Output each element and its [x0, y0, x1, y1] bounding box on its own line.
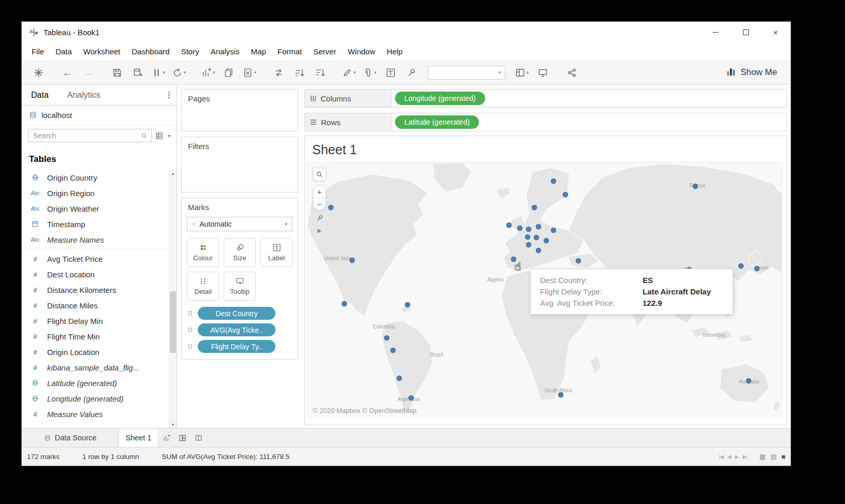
- show-mark-labels-button[interactable]: [381, 64, 400, 81]
- scroll-up-icon[interactable]: ▲: [169, 170, 177, 177]
- field-measure-values[interactable]: #Measure Values: [22, 406, 168, 422]
- columns-shelf[interactable]: Columns Longitude (generated): [304, 89, 787, 108]
- pill-flight-delay-ty[interactable]: Flight Delay Ty..: [198, 340, 275, 353]
- map-mark[interactable]: [558, 392, 563, 398]
- map-mark[interactable]: [575, 258, 581, 264]
- sort-descending-button[interactable]: [311, 64, 329, 81]
- scroll-down-icon[interactable]: ▼: [169, 421, 177, 428]
- run-auto-updates-button[interactable]: ▾: [170, 64, 188, 81]
- undo-button[interactable]: ←: [58, 64, 77, 81]
- map-mark[interactable]: [754, 265, 760, 271]
- grid-view-icon[interactable]: ▦: [760, 453, 766, 461]
- marks-tooltip-button[interactable]: Tooltip: [224, 272, 256, 301]
- marks-colour-button[interactable]: Colour: [187, 238, 219, 267]
- field-origin-location[interactable]: #Origin Location: [22, 344, 168, 360]
- pill-avg-avg-ticke[interactable]: AVG(Avg Ticke..: [198, 323, 275, 336]
- show-me-button[interactable]: Show Me: [719, 67, 784, 79]
- field-origin-country[interactable]: Origin Country: [22, 170, 168, 185]
- nav-prev-icon[interactable]: ◀: [727, 454, 731, 459]
- field-flight-delay-min[interactable]: #Flight Delay Min: [22, 313, 168, 329]
- menu-server[interactable]: Server: [308, 42, 342, 60]
- tab-data-source[interactable]: Data Source: [22, 428, 119, 447]
- map-mark[interactable]: [562, 192, 568, 198]
- sort-ascending-button[interactable]: [290, 64, 309, 81]
- map-mark[interactable]: [506, 223, 512, 228]
- menu-window[interactable]: Window: [342, 42, 381, 60]
- menu-analysis[interactable]: Analysis: [205, 42, 245, 60]
- search-options-caret-icon[interactable]: ▾: [167, 133, 171, 139]
- view-as-grid-icon[interactable]: [155, 132, 163, 140]
- list-view-icon[interactable]: ▤: [770, 453, 777, 461]
- swap-rows-columns-button[interactable]: [269, 64, 288, 81]
- field-avg-ticket-price[interactable]: #Avg Ticket Price: [22, 251, 168, 266]
- pill-dest-country[interactable]: Dest Country: [198, 307, 275, 320]
- pages-shelf[interactable]: Pages: [181, 89, 298, 131]
- map-pin-button[interactable]: [316, 214, 324, 224]
- menu-help[interactable]: Help: [381, 42, 409, 60]
- marks-size-button[interactable]: Size: [224, 238, 256, 267]
- menu-story[interactable]: Story: [176, 42, 205, 60]
- map-mark[interactable]: [536, 248, 542, 254]
- new-data-source-button[interactable]: [128, 64, 147, 81]
- map-mark[interactable]: [692, 183, 698, 189]
- map-mark[interactable]: [517, 226, 523, 231]
- field-longitude-generated[interactable]: Longitude (generated): [22, 391, 168, 406]
- highlight-button[interactable]: ▾: [340, 64, 358, 81]
- pill-latitude-generated[interactable]: Latitude (generated): [395, 115, 479, 129]
- menu-map[interactable]: Map: [245, 42, 272, 60]
- map-search-button[interactable]: [313, 168, 326, 181]
- new-dashboard-button[interactable]: [174, 428, 191, 447]
- field-measure-names[interactable]: AbcMeasure Names: [22, 232, 168, 247]
- zoom-in-button[interactable]: +: [313, 185, 326, 198]
- marks-label-button[interactable]: Label: [260, 238, 293, 267]
- menu-worksheet[interactable]: Worksheet: [78, 42, 126, 60]
- map-mark[interactable]: [525, 234, 531, 240]
- field-dest-location[interactable]: #Dest Location: [22, 266, 168, 282]
- map-mark[interactable]: [534, 234, 540, 240]
- map-mark[interactable]: [746, 378, 752, 383]
- duplicate-sheet-button[interactable]: [220, 64, 238, 81]
- scrollbar-thumb[interactable]: [170, 291, 176, 353]
- field-flight-time-min[interactable]: #Flight Time Min: [22, 329, 168, 344]
- menu-dashboard[interactable]: Dashboard: [126, 42, 175, 60]
- field-timestamp[interactable]: Timestamp: [22, 216, 168, 232]
- group-members-button[interactable]: ▾: [360, 64, 379, 81]
- field-distance-kilometers[interactable]: #Distance Kilometers: [22, 282, 168, 298]
- fields-scrollbar[interactable]: ▲ ▼: [169, 170, 177, 428]
- field-origin-weather[interactable]: AbcOrigin Weather: [22, 201, 168, 216]
- redo-button[interactable]: →: [79, 64, 97, 81]
- map-mark[interactable]: [550, 228, 556, 233]
- close-button[interactable]: ×: [761, 22, 791, 42]
- map-mark[interactable]: [409, 395, 414, 401]
- zoom-out-button[interactable]: −: [313, 198, 326, 210]
- nav-first-icon[interactable]: |◀: [719, 454, 723, 459]
- rows-shelf[interactable]: Rows Latitude (generated): [304, 113, 787, 131]
- nav-last-icon[interactable]: ▶|: [742, 454, 747, 459]
- solid-view-icon[interactable]: ■: [781, 453, 785, 461]
- search-input[interactable]: [32, 131, 141, 140]
- menu-file[interactable]: File: [26, 42, 50, 60]
- show-hide-cards-button[interactable]: ▾: [513, 64, 531, 81]
- filters-shelf[interactable]: Filters: [181, 137, 298, 192]
- map-mark[interactable]: [341, 301, 347, 306]
- map-mark[interactable]: [526, 227, 532, 232]
- maximize-button[interactable]: [731, 22, 761, 42]
- tab-sheet-1[interactable]: Sheet 1: [119, 428, 158, 447]
- pane-options-icon[interactable]: [161, 85, 177, 105]
- connection-row[interactable]: localhost: [22, 106, 177, 125]
- new-worksheet-button[interactable]: ▾: [199, 64, 217, 81]
- map-mark[interactable]: [543, 238, 549, 243]
- save-button[interactable]: [108, 64, 126, 81]
- field-kibana-sample-data-flig[interactable]: #kibana_sample_data_flig...: [22, 360, 168, 375]
- map-mark[interactable]: [550, 178, 556, 184]
- menu-format[interactable]: Format: [272, 42, 308, 60]
- map-mark[interactable]: [397, 375, 402, 381]
- new-story-button[interactable]: [191, 428, 207, 447]
- map-mark[interactable]: [526, 242, 532, 247]
- map-mark[interactable]: [532, 204, 537, 210]
- tab-data[interactable]: Data: [22, 85, 58, 105]
- map-mark[interactable]: [405, 302, 411, 308]
- tab-analytics[interactable]: Analytics: [58, 85, 110, 105]
- tableau-logo-button[interactable]: [29, 64, 48, 81]
- share-button[interactable]: [562, 64, 581, 81]
